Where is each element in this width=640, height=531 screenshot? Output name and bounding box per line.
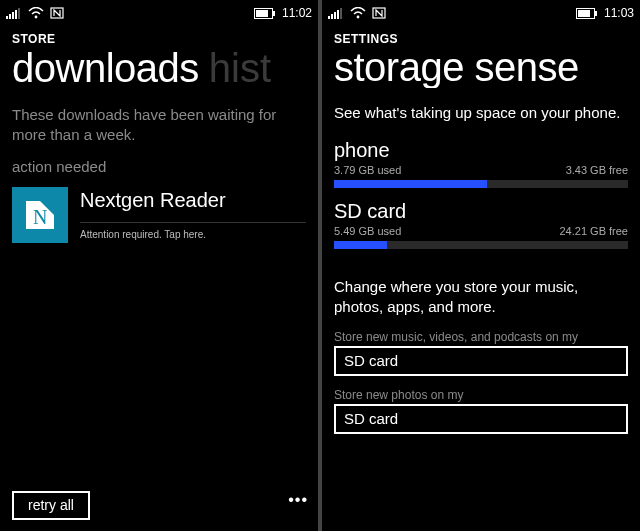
music-picker-label: Store new music, videos, and podcasts on… bbox=[322, 326, 640, 346]
svg-rect-9 bbox=[273, 11, 275, 16]
action-needed-label: action needed bbox=[12, 158, 306, 175]
waiting-message: These downloads have been waiting for mo… bbox=[12, 105, 306, 144]
svg-rect-3 bbox=[15, 10, 17, 19]
change-description: Change where you store your music, photo… bbox=[322, 249, 640, 326]
pivot-header[interactable]: downloadshist bbox=[0, 46, 318, 91]
download-item[interactable]: N Nextgen Reader Attention required. Tap… bbox=[12, 187, 306, 243]
store-downloads-screen: 11:02 STORE downloadshist These download… bbox=[0, 0, 318, 531]
attention-text: Attention required. Tap here. bbox=[80, 229, 306, 240]
svg-text:N: N bbox=[33, 206, 47, 228]
svg-point-5 bbox=[35, 16, 38, 19]
nfc-icon bbox=[372, 7, 386, 19]
svg-rect-21 bbox=[595, 11, 597, 16]
sd-used: 5.49 GB used bbox=[334, 225, 401, 237]
svg-rect-12 bbox=[328, 16, 330, 19]
pivot-next: hist bbox=[209, 46, 271, 90]
svg-rect-2 bbox=[12, 12, 14, 19]
pivot-current: downloads bbox=[12, 46, 199, 90]
clock: 11:03 bbox=[604, 6, 634, 20]
sd-free: 24.21 GB free bbox=[560, 225, 629, 237]
phone-used: 3.79 GB used bbox=[334, 164, 401, 176]
retry-all-button[interactable]: retry all bbox=[12, 491, 90, 520]
sd-storage-row[interactable]: SD card 5.49 GB used 24.21 GB free bbox=[322, 188, 640, 249]
svg-rect-20 bbox=[578, 10, 590, 17]
phone-bar-fill bbox=[334, 180, 487, 188]
page-title: storage sense bbox=[334, 46, 579, 88]
nfc-icon bbox=[50, 7, 64, 19]
context-header: SETTINGS bbox=[322, 24, 640, 46]
description: See what's taking up space on your phone… bbox=[322, 88, 640, 127]
clock: 11:02 bbox=[282, 6, 312, 20]
divider bbox=[80, 222, 306, 223]
svg-rect-8 bbox=[256, 10, 268, 17]
wifi-icon bbox=[28, 7, 44, 19]
status-bar: 11:03 bbox=[322, 0, 640, 24]
photos-picker-label: Store new photos on my bbox=[322, 384, 640, 404]
app-bar: retry all ••• bbox=[0, 479, 318, 531]
sd-label: SD card bbox=[334, 200, 628, 223]
more-icon[interactable]: ••• bbox=[288, 491, 308, 509]
signal-icon bbox=[6, 7, 22, 19]
context-header: STORE bbox=[0, 24, 318, 46]
svg-rect-0 bbox=[6, 16, 8, 19]
phone-label: phone bbox=[334, 139, 628, 162]
music-picker[interactable]: SD card bbox=[334, 346, 628, 376]
wifi-icon bbox=[350, 7, 366, 19]
battery-icon bbox=[576, 8, 598, 19]
battery-icon bbox=[254, 8, 276, 19]
phone-free: 3.43 GB free bbox=[566, 164, 628, 176]
app-icon: N bbox=[12, 187, 68, 243]
svg-rect-14 bbox=[334, 12, 336, 19]
svg-rect-16 bbox=[340, 8, 342, 19]
svg-rect-1 bbox=[9, 14, 11, 19]
phone-storage-row[interactable]: phone 3.79 GB used 3.43 GB free bbox=[322, 127, 640, 188]
photos-picker[interactable]: SD card bbox=[334, 404, 628, 434]
app-name: Nextgen Reader bbox=[80, 189, 306, 212]
phone-bar bbox=[334, 180, 628, 188]
svg-rect-15 bbox=[337, 10, 339, 19]
sd-bar bbox=[334, 241, 628, 249]
sd-bar-fill bbox=[334, 241, 387, 249]
signal-icon bbox=[328, 7, 344, 19]
svg-rect-4 bbox=[18, 8, 20, 19]
svg-point-17 bbox=[357, 16, 360, 19]
svg-rect-13 bbox=[331, 14, 333, 19]
status-bar: 11:02 bbox=[0, 0, 318, 24]
storage-sense-screen: 11:03 SETTINGS storage sense See what's … bbox=[322, 0, 640, 531]
pivot-header: storage sense bbox=[322, 46, 640, 88]
